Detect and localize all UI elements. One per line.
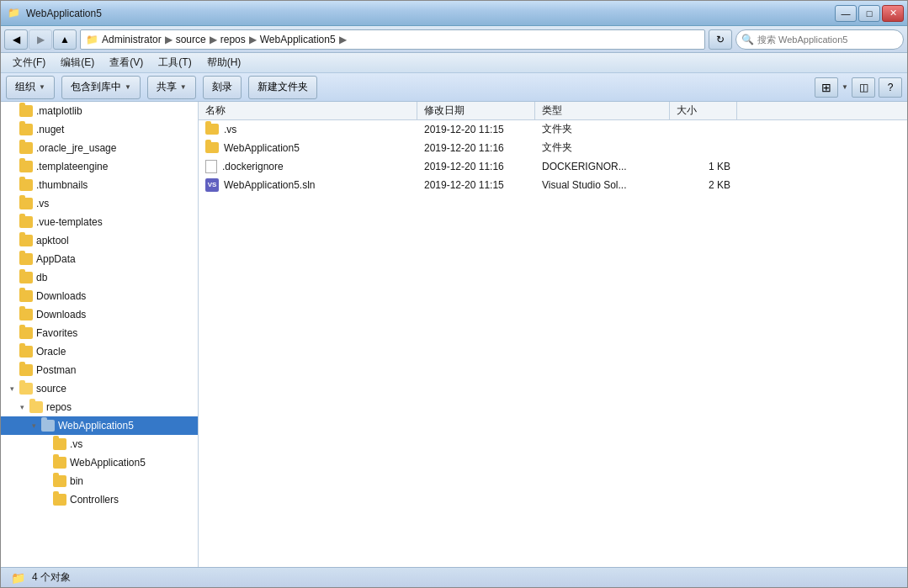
search-input[interactable]: [757, 34, 898, 45]
cell-size: 1 KB: [670, 157, 737, 175]
col-header-size[interactable]: 大小: [670, 102, 737, 119]
cell-name: .dockerignore: [199, 157, 417, 175]
col-header-date[interactable]: 修改日期: [417, 102, 535, 119]
sidebar-item-appdata[interactable]: AppData: [1, 250, 198, 268]
sidebar-item-oracle-jre[interactable]: .oracle_jre_usage: [1, 139, 198, 157]
maximize-button[interactable]: □: [858, 5, 880, 22]
search-icon: 🔍: [741, 34, 754, 45]
expand-icon: [8, 199, 16, 208]
up-button[interactable]: ▲: [53, 29, 77, 50]
window-icon: 📁: [8, 7, 21, 20]
expand-icon: [8, 255, 16, 263]
sidebar-item-source[interactable]: ▾ source: [1, 379, 198, 398]
sidebar-item-matplotlib[interactable]: .matplotlib: [1, 102, 198, 120]
sidebar-item-nuget[interactable]: .nuget: [1, 120, 198, 139]
expand-icon: [8, 310, 16, 319]
path-part-4: WebApplication5: [260, 34, 336, 45]
address-path[interactable]: 📁 Administrator ▶ source ▶ repos ▶ WebAp…: [80, 29, 705, 50]
cell-date: 2019-12-20 11:16: [417, 139, 535, 156]
titlebar: 📁 WebApplication5 — □ ✕: [1, 1, 907, 26]
cell-date: 2019-12-20 11:15: [417, 176, 535, 193]
folder-icon: [19, 198, 33, 209]
sidebar-item-label: Postman: [36, 364, 76, 376]
sidebar-item-favorites[interactable]: Favorites: [1, 324, 198, 342]
menu-file[interactable]: 文件(F): [6, 54, 52, 72]
sidebar-item-label: .matplotlib: [36, 105, 82, 117]
sidebar-item-downloads2[interactable]: Downloads: [1, 305, 198, 324]
sidebar-item-label: WebApplication5: [58, 420, 134, 432]
refresh-button[interactable]: ↻: [709, 29, 732, 50]
help-button[interactable]: ?: [879, 77, 902, 98]
main-area: .matplotlib .nuget .oracle_jre_usage .te…: [1, 102, 907, 567]
folder-icon: [53, 494, 66, 506]
menu-help[interactable]: 帮助(H): [200, 54, 248, 72]
table-row[interactable]: VS WebApplication5.sln 2019-12-20 11:15 …: [199, 176, 907, 194]
back-button[interactable]: ◀: [4, 29, 28, 50]
sidebar-item-repos[interactable]: ▾ repos: [1, 398, 198, 416]
sidebar-item-downloads1[interactable]: Downloads: [1, 287, 198, 305]
table-row[interactable]: .dockerignore 2019-12-20 11:16 DOCKERIGN…: [199, 157, 907, 176]
menu-view[interactable]: 查看(V): [103, 54, 150, 72]
sidebar-item-label: Downloads: [36, 309, 86, 320]
search-box[interactable]: 🔍: [735, 29, 904, 50]
sidebar-item-webapplication5-root[interactable]: ▾ WebApplication5: [1, 416, 198, 435]
sidebar-item-oracle[interactable]: Oracle: [1, 342, 198, 361]
minimize-button[interactable]: —: [835, 5, 857, 22]
sidebar-item-bin[interactable]: bin: [1, 472, 198, 490]
table-row[interactable]: WebApplication5 2019-12-20 11:16 文件夹: [199, 139, 907, 157]
cell-size: [670, 120, 737, 138]
burn-label: 刻录: [212, 80, 232, 94]
cell-name: VS WebApplication5.sln: [199, 176, 417, 193]
sidebar-item-vue-templates[interactable]: .vue-templates: [1, 213, 198, 231]
sidebar-item-label: .templateengine: [36, 161, 108, 172]
folder-icon: [19, 346, 33, 358]
sidebar-item-db[interactable]: db: [1, 268, 198, 287]
folder-icon: [53, 457, 66, 469]
status-text: 4 个对象: [32, 570, 71, 585]
view-list-button[interactable]: ⊞: [815, 77, 838, 98]
cell-date: 2019-12-20 11:15: [417, 120, 535, 138]
doc-icon: [205, 160, 217, 173]
table-row[interactable]: .vs 2019-12-20 11:15 文件夹: [199, 120, 907, 139]
view-chevron: ▼: [842, 83, 848, 91]
expand-icon: ▾: [18, 403, 26, 411]
expand-icon: [41, 440, 50, 448]
sln-icon: VS: [205, 178, 219, 192]
preview-pane-button[interactable]: ◫: [852, 77, 875, 98]
cell-name: WebApplication5: [199, 139, 417, 156]
titlebar-left: 📁 WebApplication5: [8, 7, 102, 20]
toolbar: 组织 ▼ 包含到库中 ▼ 共享 ▼ 刻录 新建文件夹 ⊞ ▼ ◫ ?: [1, 73, 907, 102]
new-folder-button[interactable]: 新建文件夹: [248, 76, 317, 99]
share-button[interactable]: 共享 ▼: [147, 76, 196, 99]
sidebar-item-label: .vs: [70, 438, 82, 450]
sidebar-item-vs[interactable]: .vs: [1, 194, 198, 213]
path-sep-1: ▶: [165, 34, 173, 45]
expand-icon: [8, 329, 16, 337]
col-header-name[interactable]: 名称: [199, 102, 417, 119]
sidebar-item-apktool[interactable]: apktool: [1, 231, 198, 250]
sidebar-item-thumbnails[interactable]: .thumbnails: [1, 176, 198, 194]
sidebar-item-label: .thumbnails: [36, 179, 88, 191]
sidebar-item-postman[interactable]: Postman: [1, 361, 198, 379]
content-list: .vs 2019-12-20 11:15 文件夹 WebApplication5…: [199, 120, 907, 567]
sidebar-item-controllers[interactable]: Controllers: [1, 490, 198, 509]
folder-icon: [19, 142, 33, 154]
sidebar-item-templateengine[interactable]: .templateengine: [1, 157, 198, 176]
expand-icon: ▾: [29, 421, 38, 430]
sidebar-item-webapplication5-sub[interactable]: WebApplication5: [1, 453, 198, 472]
col-header-type[interactable]: 类型: [535, 102, 670, 119]
sidebar-item-vs-sub[interactable]: .vs: [1, 435, 198, 453]
menu-edit[interactable]: 编辑(E): [54, 54, 101, 72]
cell-type: 文件夹: [535, 120, 670, 138]
forward-button[interactable]: ▶: [29, 29, 52, 50]
menu-tools[interactable]: 工具(T): [151, 54, 198, 72]
sidebar-item-label: Controllers: [70, 494, 119, 506]
close-button[interactable]: ✕: [882, 5, 904, 22]
path-sep-3: ▶: [249, 34, 257, 45]
titlebar-buttons: — □ ✕: [835, 5, 904, 22]
organize-chevron: ▼: [39, 83, 45, 91]
burn-button[interactable]: 刻录: [203, 76, 242, 99]
organize-button[interactable]: 组织 ▼: [6, 76, 55, 99]
add-to-library-button[interactable]: 包含到库中 ▼: [61, 76, 141, 99]
folder-icon: [19, 364, 33, 376]
